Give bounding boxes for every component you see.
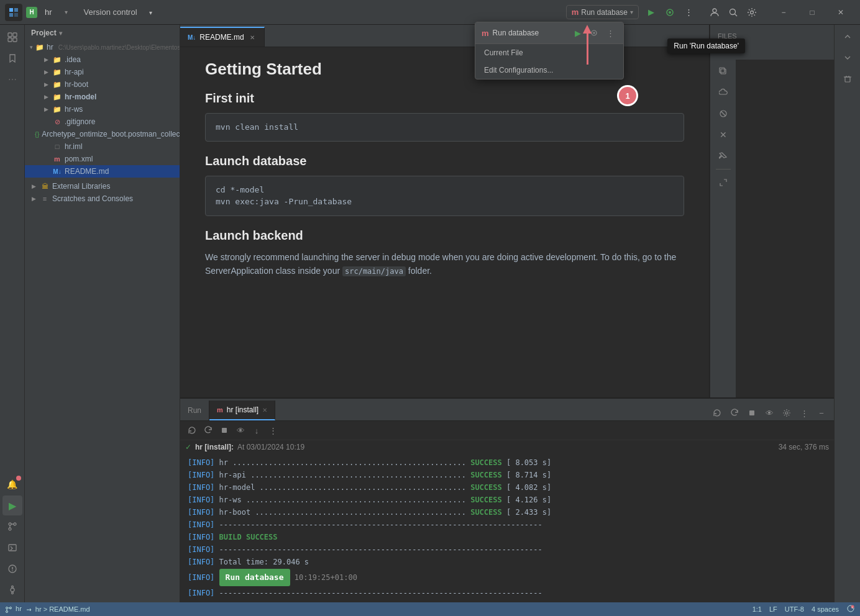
left-sidebar-icons: ⋯ 🔔 ▶ [0,25,25,602]
tree-item-gitignore[interactable]: ⊘ .gitignore [25,116,180,128]
status-notification-icon[interactable]: 1 [846,604,855,614]
tree-item-postman[interactable]: {} Archetype_ontimize_boot.postman_colle… [25,128,180,140]
rebuild-button[interactable] [727,405,742,420]
sidebar-item-git[interactable] [2,517,22,537]
tree-item-scratches[interactable]: ▶ ≡ Scratches and Consoles [25,192,180,205]
status-branch[interactable]: hr [5,605,22,613]
sidebar-item-run[interactable]: ▶ [2,496,22,515]
tree-item-hr-model[interactable]: ▶ 📁 hr-model [25,91,180,103]
menu-vcs[interactable]: Version control ▾ [74,5,163,19]
run-stop-btn[interactable] [217,424,231,437]
close-button[interactable]: ✕ [826,0,855,25]
more-actions-button[interactable]: ⋮ [680,4,697,21]
project-dropdown-arrow[interactable]: ▾ [60,6,73,18]
tree-item-readme[interactable]: M↓ README.md [25,165,180,178]
run-more-btn[interactable]: ⋮ [266,424,280,437]
settings-btn[interactable] [779,405,794,420]
editor-tab-readme[interactable]: M↓ README.md ✕ [180,27,265,47]
run-status-line: ✓ hr [install]: At 03/01/2024 10:19 34 s… [180,440,834,454]
tree-item-idea[interactable]: ▶ 📁 .idea [25,53,180,66]
tree-item-external-libs[interactable]: ▶ 🏛 External Libraries [25,180,180,192]
svg-point-38 [6,610,8,612]
tab-hr-close-btn[interactable]: ✕ [262,407,267,414]
settings-icon[interactable] [743,4,761,21]
sidebar-item-bookmarks[interactable] [2,48,22,68]
svg-point-6 [713,9,716,12]
debug-button[interactable] [661,4,679,21]
run-rebuild-btn[interactable] [201,424,215,437]
sidebar-item-more[interactable]: ⋯ [2,70,22,89]
right-icon-expand[interactable] [714,173,733,192]
stop-button[interactable] [744,405,759,420]
editor-split: M↓ README.md ✕ Getting Started First ini… [180,25,834,397]
restore-button[interactable]: □ [798,0,826,25]
svg-rect-3 [14,13,18,17]
svg-rect-2 [9,13,13,17]
maven-icon: m [726,45,732,52]
dropdown-more-btn[interactable]: ⋮ [603,26,617,40]
run-config-selector[interactable]: m Run database ▾ [566,5,639,19]
tree-item-root[interactable]: ▾ 📁 hr C:\Users\pablo.martinez\Desktop\E… [25,41,180,53]
user-icon[interactable] [706,4,723,21]
status-bar-right: 1:1 LF UTF-8 4 spaces 1 [752,604,855,614]
svg-rect-30 [749,410,754,415]
tree-item-iml[interactable]: □ hr.iml [25,140,180,153]
right-icon-block[interactable] [714,104,733,123]
sidebar-item-terminal[interactable] [2,538,22,558]
sidebar-item-git2[interactable] [2,580,22,600]
trash-btn[interactable] [838,70,857,88]
status-position[interactable]: 1:1 [752,605,762,613]
titlebar: H hr ▾ Version control ▾ m Run database … [0,0,860,25]
sidebar-item-project[interactable] [2,27,22,47]
bottom-tabs: Run m hr [install] ✕ [180,399,834,421]
dropdown-header-icon: m [482,29,489,38]
status-encoding[interactable]: UTF-8 [785,605,804,613]
sidebar-item-problems[interactable] [2,559,22,579]
toggle-output-button[interactable]: 👁 [762,405,777,420]
tree-item-hr-boot[interactable]: ▶ 📁 hr-boot [25,78,180,91]
run-rerun-btn[interactable] [185,424,199,437]
more-options-button[interactable]: ⋮ [797,405,812,420]
rerun-button[interactable] [710,405,725,420]
svg-line-8 [735,14,738,16]
right-icon-close[interactable]: ✕ [714,125,733,144]
scroll-up-btn[interactable] [838,27,857,46]
project-name-badge[interactable]: H hr ▾ [26,5,73,19]
dropdown-run-btn[interactable]: ▶ [571,26,585,40]
sidebar-item-notifications[interactable]: 🔔 [2,474,22,494]
project-icon: H [26,7,37,18]
run-toolbar: 👁 ↓ ⋮ [180,421,834,440]
status-readme-label: hr > README.md [35,605,90,613]
tree-item-pom[interactable]: m pom.xml [25,153,180,165]
run-eye-btn[interactable]: 👁 [234,424,247,437]
bottom-tab-run[interactable]: Run [180,401,209,420]
dropdown-item-edit-config[interactable]: Edit Configurations... [475,61,623,79]
tab-close-btn[interactable]: ✕ [248,33,257,42]
status-indent[interactable]: 4 spaces [812,605,839,613]
right-icon-pin[interactable] [714,147,733,165]
output-line-10: [INFO] ---------------------------------… [180,587,834,599]
run-arrow-btn[interactable]: ↓ [250,424,263,437]
svg-rect-17 [9,545,16,551]
tree-item-hr-api[interactable]: ▶ 📁 hr-api [25,66,180,78]
minimize-button[interactable]: − [769,0,798,25]
run-project-label: hr [install]: [195,443,234,451]
dropdown-item-current-file[interactable]: Current File [475,44,623,61]
dropdown-debug-btn[interactable] [587,26,601,40]
right-icon-cloud[interactable] [714,83,733,102]
right-icon-copy[interactable] [714,62,733,81]
run-config-dropdown[interactable]: m Run database ▶ ⋮ Current File Edit Con… [475,22,624,79]
svg-point-20 [12,570,13,571]
search-icon[interactable] [725,4,742,21]
run-button[interactable]: ▶ [643,4,660,21]
svg-point-16 [9,528,11,530]
status-line-ending[interactable]: LF [769,605,777,613]
svg-rect-10 [8,33,12,37]
run-config-icon: m [572,7,579,17]
scroll-down-btn[interactable] [838,48,857,67]
tree-item-hr-ws[interactable]: ▶ 📁 hr-ws [25,103,180,116]
tree-label-idea: .idea [65,55,81,64]
bottom-tab-hr-install[interactable]: m hr [install] ✕ [209,401,275,420]
right-panel-maven-item[interactable]: ▶ m hr [710,42,834,55]
minimize-panel-button[interactable]: − [814,405,829,420]
